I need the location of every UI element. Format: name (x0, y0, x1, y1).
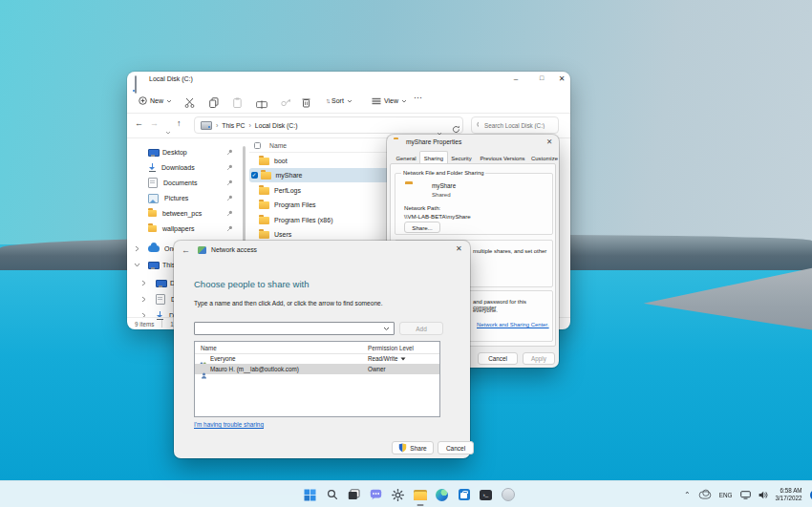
network-access-app-icon (198, 246, 206, 254)
terminal-button[interactable]: ›_ (476, 483, 496, 506)
person-icon (201, 366, 207, 383)
properties-tabs: General Sharing Security Previous Versio… (387, 151, 559, 164)
tray-overflow-chevron[interactable]: ⌃ (684, 491, 691, 499)
onedrive-tray-icon[interactable] (698, 491, 711, 498)
search-icon (477, 121, 479, 129)
explorer-toolbar: New ↑↓ Sort View ··· (127, 89, 570, 114)
file-explorer-icon (414, 490, 427, 500)
settings-button[interactable] (388, 483, 408, 506)
folder-icon (259, 231, 269, 239)
folder-icon (259, 187, 269, 195)
clock-time: 6:58 AM (780, 487, 801, 495)
select-all-checkbox[interactable] (254, 142, 261, 149)
breadcrumb-local-disk[interactable]: Local Disk (C:) (255, 122, 298, 129)
properties-titlebar: myShare Properties ✕ (387, 135, 559, 150)
breadcrumb-separator: › (216, 122, 218, 129)
search-input[interactable] (482, 121, 553, 130)
chat-button[interactable] (366, 483, 386, 506)
column-name[interactable]: Name (201, 345, 217, 351)
permission-dropdown[interactable]: Read/Write (368, 355, 406, 362)
clock-date: 3/17/2022 (776, 495, 802, 502)
store-icon (459, 489, 470, 500)
more-options-button[interactable]: ··· (414, 93, 422, 102)
delete-icon[interactable] (302, 95, 310, 112)
sort-button[interactable]: ↑↓ Sort (326, 94, 353, 108)
people-combobox[interactable] (194, 322, 395, 335)
close-button[interactable]: ✕ (553, 74, 570, 83)
people-row-everyone[interactable]: Everyone Read/Write (195, 353, 439, 364)
copy-icon[interactable] (209, 95, 219, 112)
file-explorer-button[interactable] (410, 483, 430, 506)
rename-icon[interactable] (256, 95, 267, 113)
network-share-button[interactable]: Share (392, 441, 434, 454)
network-path-label: Network Path: (404, 204, 440, 211)
advanced-sharing-text-fragment: multiple shares, and set other (473, 248, 549, 256)
trouble-sharing-link[interactable]: I'm having trouble sharing (194, 421, 264, 428)
column-permission-level[interactable]: Permission Level (368, 345, 414, 351)
forward-button[interactable]: → (150, 118, 159, 128)
permission-value: Read/Write (368, 355, 397, 362)
network-share-button-label: Share (410, 445, 426, 452)
task-view-icon (348, 489, 360, 500)
sort-arrows-icon: ↑↓ (326, 97, 329, 104)
share-icon[interactable] (280, 95, 290, 112)
person-name: Everyone (210, 355, 236, 362)
group-label: Network File and Folder Sharing (401, 170, 485, 176)
share-properties-button[interactable]: Share... (404, 222, 440, 233)
cut-icon[interactable] (184, 95, 195, 112)
pinned-app-icon (502, 488, 515, 501)
edge-icon (436, 489, 448, 501)
recent-locations-chevron[interactable] (165, 121, 171, 138)
search-box[interactable] (471, 116, 559, 134)
properties-apply-button[interactable]: Apply (523, 352, 555, 365)
column-header-name[interactable]: Name (269, 142, 287, 149)
back-button[interactable]: ← (135, 118, 143, 128)
task-view-button[interactable] (344, 483, 364, 506)
permission-dropdown-icon[interactable] (400, 357, 406, 361)
pinned-app-button[interactable] (498, 483, 518, 506)
maximize-button[interactable]: □ (530, 74, 553, 81)
taskbar-center-icons: ›_ (300, 483, 518, 506)
chevron-down-icon (401, 99, 407, 103)
uac-shield-icon (398, 443, 407, 453)
properties-cancel-button[interactable]: Cancel (478, 352, 518, 365)
folder-icon (261, 172, 271, 180)
up-button[interactable]: ↑ (177, 118, 182, 128)
paste-icon[interactable] (233, 95, 242, 112)
properties-title: myShare Properties (406, 138, 461, 145)
view-list-icon (372, 97, 381, 105)
minimize-button[interactable]: – (504, 74, 527, 83)
dialog-heading: Choose people to share with (194, 279, 309, 289)
view-button[interactable]: View (372, 94, 407, 108)
close-icon[interactable]: ✕ (546, 137, 552, 146)
combo-dropdown-icon[interactable] (383, 327, 390, 331)
password-text-fragment-2: everyone. (473, 307, 551, 313)
search-button[interactable] (322, 483, 342, 506)
taskbar-tray: ⌃ ENG 6:58 AM 3/17/2022 2 (684, 483, 812, 506)
network-sharing-center-link[interactable]: Network and Sharing Center. (477, 322, 549, 327)
store-button[interactable] (454, 483, 474, 506)
new-button[interactable]: New (139, 94, 172, 108)
breadcrumb-separator: › (249, 122, 251, 129)
folder-icon (259, 217, 269, 224)
search-icon (327, 489, 338, 500)
start-button[interactable] (300, 483, 320, 506)
network-cancel-button[interactable]: Cancel (438, 441, 474, 454)
status-divider (161, 320, 162, 327)
close-icon[interactable]: ✕ (456, 244, 462, 253)
people-row-owner[interactable]: Mauro H. (m__lab@outlook.com) Owner (195, 364, 439, 374)
clock[interactable]: 6:58 AM 3/17/2022 (776, 487, 802, 502)
breadcrumb[interactable]: › This PC › Local Disk (C:) (194, 116, 463, 134)
network-access-title: Network access (211, 246, 257, 253)
shared-folder-state: Shared (432, 191, 451, 198)
language-indicator[interactable]: ENG (719, 492, 733, 498)
new-plus-icon (139, 96, 147, 105)
back-icon[interactable]: ← (182, 245, 190, 255)
edge-button[interactable] (432, 483, 452, 506)
folder-icon (259, 201, 269, 209)
network-tray-icon[interactable] (740, 486, 751, 503)
volume-tray-icon[interactable] (759, 486, 768, 503)
breadcrumb-this-pc[interactable]: This PC (222, 122, 245, 129)
add-button[interactable]: Add (399, 322, 443, 335)
row-checkbox-checked[interactable]: ✓ (251, 172, 258, 179)
